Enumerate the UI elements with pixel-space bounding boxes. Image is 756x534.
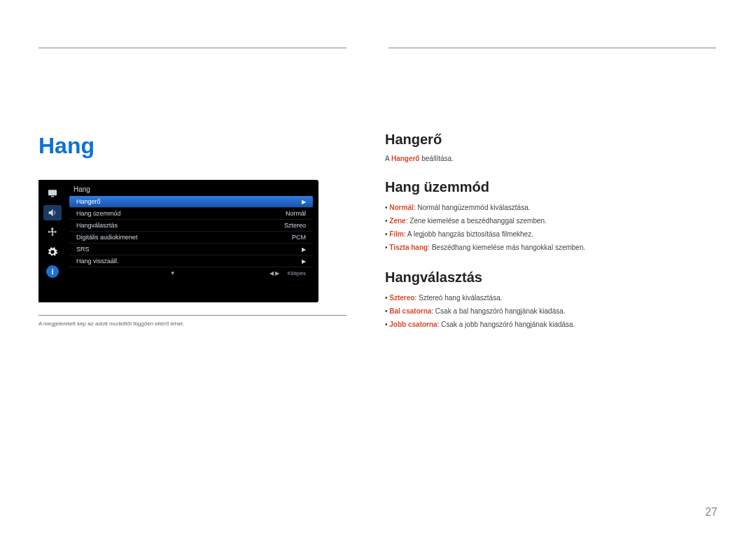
osd-row-label: SRS xyxy=(76,246,90,253)
term-desc: : Csak a jobb hangszóró hangjának kiadás… xyxy=(438,321,575,328)
info-icon: i xyxy=(43,264,62,279)
osd-row-value: Normál xyxy=(286,210,306,217)
speaker-icon xyxy=(43,205,62,220)
list-item: Jobb csatorna: Csak a jobb hangszóró han… xyxy=(385,318,714,331)
term-desc: : A legjobb hangzás biztosítása filmekhe… xyxy=(404,230,533,238)
channel-list: Sztereo: Sztereó hang kiválasztása. Bal … xyxy=(385,291,714,331)
page-title: Hang xyxy=(38,133,346,159)
osd-title: Hang xyxy=(69,184,313,196)
osd-row-label: Hangválasztás xyxy=(76,222,118,229)
term: Film xyxy=(389,230,404,238)
monitor-icon xyxy=(43,185,62,201)
osd-row-label: Digitális audiokimenet xyxy=(76,234,138,241)
move-icon xyxy=(43,225,62,240)
footnote-divider xyxy=(38,315,346,316)
list-item: Film: A legjobb hangzás biztosítása film… xyxy=(385,227,714,241)
term: Bal csatorna xyxy=(389,307,431,315)
term-desc: : Beszédhang kiemelése más hangokkal sze… xyxy=(428,244,585,251)
osd-row: Digitális audiokimenet PCM xyxy=(69,231,313,243)
chevron-right-icon: ▶ xyxy=(302,246,306,253)
osd-row-label: Hang visszaáll. xyxy=(76,258,119,265)
osd-row: Hangválasztás Sztereo xyxy=(69,219,313,231)
osd-row: Hang visszaáll. ▶ xyxy=(69,255,313,267)
nav-arrows-icon: ◀ ▶ xyxy=(270,270,279,276)
svg-rect-0 xyxy=(48,190,57,195)
footnote-text: A megjelenített kép az adott modelltől f… xyxy=(38,320,346,328)
term-desc: : Zene kiemelése a beszédhanggal szemben… xyxy=(406,217,547,225)
term: Zene xyxy=(389,217,405,225)
list-item: Sztereo: Sztereó hang kiválasztása. xyxy=(385,291,714,304)
osd-footer: ▼ ◀ ▶ Kilépés xyxy=(69,267,313,279)
section-heading-hangero: Hangerő xyxy=(385,132,714,148)
term-desc: : Sztereó hang kiválasztása. xyxy=(414,294,502,302)
svg-rect-1 xyxy=(51,196,54,197)
osd-exit-label: Kilépés xyxy=(288,270,306,276)
chevron-down-icon: ▼ xyxy=(170,270,176,276)
term: Tiszta hang xyxy=(389,244,428,251)
term-desc: : Normál hangüzemmód kiválasztása. xyxy=(414,204,531,211)
term-desc: : Csak a bal hangszóró hangjának kiadása… xyxy=(431,307,565,315)
osd-row-label: Hang üzemmód xyxy=(76,210,121,217)
osd-row-value: PCM xyxy=(292,234,306,241)
term: Sztereo xyxy=(389,294,414,302)
section-text: A Hangerő beállítása. xyxy=(385,153,714,164)
section-heading-hang-uzemmod: Hang üzemmód xyxy=(385,179,714,195)
list-item: Normál: Normál hangüzemmód kiválasztása. xyxy=(385,201,714,214)
mode-list: Normál: Normál hangüzemmód kiválasztása.… xyxy=(385,201,714,254)
osd-row: SRS ▶ xyxy=(69,243,313,255)
section-heading-hangvalasztas: Hangválasztás xyxy=(385,269,714,286)
term-hangero: Hangerő xyxy=(391,155,420,162)
osd-screenshot: i Hang Hangerő ▶ Hang üzemmód Normál Han… xyxy=(38,180,318,302)
osd-row-label: Hangerő xyxy=(76,198,101,205)
chevron-right-icon: ▶ xyxy=(302,199,306,205)
osd-panel: Hang Hangerő ▶ Hang üzemmód Normál Hangv… xyxy=(66,180,318,302)
osd-sidebar: i xyxy=(38,180,66,302)
chevron-right-icon: ▶ xyxy=(302,258,306,265)
osd-row: Hangerő ▶ xyxy=(69,196,313,207)
gear-icon xyxy=(43,244,62,260)
osd-row-value: Sztereo xyxy=(284,222,306,229)
list-item: Tiszta hang: Beszédhang kiemelése más ha… xyxy=(385,241,714,254)
term: Jobb csatorna xyxy=(389,321,437,328)
term: Normál xyxy=(389,204,413,211)
osd-row: Hang üzemmód Normál xyxy=(69,207,313,219)
page-number: 27 xyxy=(705,506,718,519)
list-item: Bal csatorna: Csak a bal hangszóró hangj… xyxy=(385,304,714,318)
list-item: Zene: Zene kiemelése a beszédhanggal sze… xyxy=(385,214,714,227)
